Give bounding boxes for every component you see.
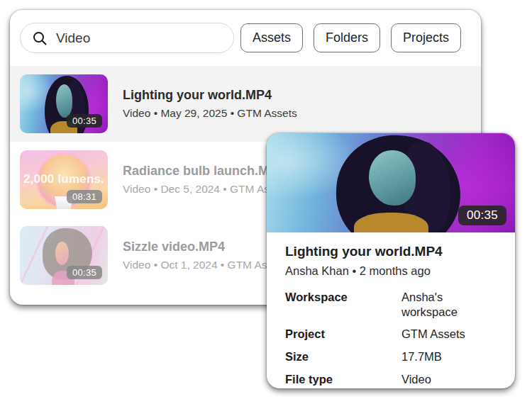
field-value: 17.7MB — [401, 349, 442, 364]
result-title: Radiance bulb launch.MP4 — [123, 164, 289, 179]
search-query-text: Video — [56, 30, 90, 46]
field-file-type: File type Video — [285, 372, 497, 387]
filter-button-assets[interactable]: Assets — [240, 23, 303, 53]
result-meta: Video • Dec 5, 2024 • GTM Assets — [123, 183, 289, 196]
search-input[interactable]: Video — [20, 23, 234, 53]
field-size: Size 17.7MB — [285, 349, 497, 364]
result-meta: Video • Oct 1, 2024 • GTM Assets — [123, 259, 287, 271]
filter-button-projects[interactable]: Projects — [391, 23, 461, 53]
result-title: Lighting your world.MP4 — [123, 88, 297, 103]
search-toolbar: Video Assets Folders Projects — [10, 10, 481, 66]
field-project: Project GTM Assets — [285, 327, 497, 342]
duration-badge: 08:31 — [67, 190, 102, 203]
video-thumbnail[interactable]: 00:35 — [20, 74, 108, 133]
field-value: Ansha's workspace — [401, 290, 497, 319]
duration-badge: 00:35 — [67, 114, 102, 128]
card-byline: Ansha Khan • 2 months ago — [285, 264, 497, 278]
card-title: Lighting your world.MP4 — [285, 244, 497, 259]
video-thumbnail[interactable]: 00:35 — [20, 226, 108, 285]
thumbnail-overlay-text: 2,000 lumens. — [20, 172, 108, 186]
video-preview[interactable]: 00:35 — [267, 133, 515, 232]
field-value: GTM Assets — [401, 327, 465, 342]
search-icon — [32, 30, 48, 46]
field-workspace: Workspace Ansha's workspace — [285, 290, 497, 319]
duration-badge: 00:35 — [458, 206, 506, 225]
duration-badge: 00:35 — [67, 266, 102, 279]
field-value: Video — [401, 372, 431, 387]
result-meta: Video • May 29, 2025 • GTM Assets — [123, 107, 297, 120]
screenshot-stage: Video Assets Folders Projects 00:35 Ligh… — [0, 0, 532, 399]
field-label: File type — [285, 372, 401, 387]
video-thumbnail[interactable]: 2,000 lumens. 08:31 — [20, 150, 108, 209]
filter-buttons: Assets Folders Projects — [240, 23, 461, 53]
field-label: Workspace — [285, 290, 401, 319]
metadata-fields: Workspace Ansha's workspace Project GTM … — [285, 290, 497, 386]
asset-detail-card: 00:35 Lighting your world.MP4 Ansha Khan… — [267, 133, 515, 388]
field-label: Size — [285, 349, 401, 364]
result-row-lighting-your-world[interactable]: 00:35 Lighting your world.MP4 Video • Ma… — [10, 66, 481, 142]
filter-button-folders[interactable]: Folders — [314, 23, 380, 53]
field-label: Project — [285, 327, 401, 342]
result-title: Sizzle video.MP4 — [123, 240, 287, 254]
